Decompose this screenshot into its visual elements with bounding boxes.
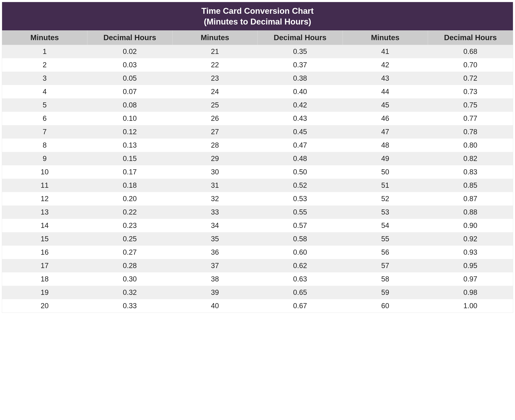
cell-minutes: 40 bbox=[172, 299, 258, 313]
cell-minutes: 51 bbox=[343, 179, 428, 192]
cell-minutes: 46 bbox=[343, 112, 428, 125]
cell-decimal: 0.07 bbox=[87, 85, 172, 98]
table-row: 20.03220.37420.70 bbox=[2, 58, 513, 72]
cell-decimal: 0.97 bbox=[428, 272, 513, 286]
cell-decimal: 0.02 bbox=[87, 45, 172, 58]
cell-minutes: 19 bbox=[2, 286, 87, 299]
cell-minutes: 34 bbox=[172, 219, 258, 232]
cell-decimal: 0.88 bbox=[428, 205, 513, 219]
cell-decimal: 0.63 bbox=[258, 272, 343, 286]
cell-decimal: 0.90 bbox=[428, 219, 513, 232]
cell-decimal: 0.43 bbox=[258, 112, 343, 125]
cell-decimal: 0.83 bbox=[428, 165, 513, 179]
table-body: 10.02210.35410.6820.03220.37420.7030.052… bbox=[2, 45, 513, 313]
table-row: 70.12270.45470.78 bbox=[2, 125, 513, 139]
cell-decimal: 0.57 bbox=[258, 219, 343, 232]
cell-decimal: 0.47 bbox=[258, 139, 343, 152]
cell-decimal: 0.67 bbox=[258, 299, 343, 313]
cell-decimal: 0.95 bbox=[428, 259, 513, 272]
table-row: 10.02210.35410.68 bbox=[2, 45, 513, 58]
cell-decimal: 0.75 bbox=[428, 98, 513, 112]
col-header-decimal-1: Decimal Hours bbox=[87, 30, 172, 45]
table-row: 60.10260.43460.77 bbox=[2, 112, 513, 125]
cell-decimal: 0.38 bbox=[258, 72, 343, 85]
table-row: 190.32390.65590.98 bbox=[2, 286, 513, 299]
col-header-decimal-3: Decimal Hours bbox=[428, 30, 513, 45]
cell-decimal: 0.78 bbox=[428, 125, 513, 139]
cell-minutes: 7 bbox=[2, 125, 87, 139]
cell-minutes: 3 bbox=[2, 72, 87, 85]
table-row: 140.23340.57540.90 bbox=[2, 219, 513, 232]
cell-minutes: 43 bbox=[343, 72, 428, 85]
cell-minutes: 29 bbox=[172, 152, 258, 165]
cell-minutes: 14 bbox=[2, 219, 87, 232]
cell-decimal: 0.20 bbox=[87, 192, 172, 205]
cell-minutes: 2 bbox=[2, 58, 87, 72]
cell-minutes: 15 bbox=[2, 232, 87, 246]
cell-minutes: 11 bbox=[2, 179, 87, 192]
cell-decimal: 0.72 bbox=[428, 72, 513, 85]
cell-minutes: 52 bbox=[343, 192, 428, 205]
cell-minutes: 57 bbox=[343, 259, 428, 272]
cell-decimal: 0.03 bbox=[87, 58, 172, 72]
cell-decimal: 0.55 bbox=[258, 205, 343, 219]
conversion-table-container: Time Card Conversion Chart (Minutes to D… bbox=[2, 2, 513, 313]
cell-minutes: 49 bbox=[343, 152, 428, 165]
cell-decimal: 0.33 bbox=[87, 299, 172, 313]
cell-decimal: 0.53 bbox=[258, 192, 343, 205]
cell-decimal: 0.68 bbox=[428, 45, 513, 58]
cell-minutes: 25 bbox=[172, 98, 258, 112]
cell-decimal: 0.85 bbox=[428, 179, 513, 192]
cell-decimal: 0.17 bbox=[87, 165, 172, 179]
cell-minutes: 41 bbox=[343, 45, 428, 58]
table-row: 30.05230.38430.72 bbox=[2, 72, 513, 85]
cell-minutes: 45 bbox=[343, 98, 428, 112]
cell-minutes: 59 bbox=[343, 286, 428, 299]
table-row: 40.07240.40440.73 bbox=[2, 85, 513, 98]
cell-decimal: 0.15 bbox=[87, 152, 172, 165]
cell-minutes: 56 bbox=[343, 246, 428, 259]
cell-decimal: 0.82 bbox=[428, 152, 513, 165]
cell-decimal: 0.23 bbox=[87, 219, 172, 232]
cell-minutes: 24 bbox=[172, 85, 258, 98]
table-row: 110.18310.52510.85 bbox=[2, 179, 513, 192]
table-row: 180.30380.63580.97 bbox=[2, 272, 513, 286]
cell-minutes: 55 bbox=[343, 232, 428, 246]
cell-minutes: 5 bbox=[2, 98, 87, 112]
cell-minutes: 54 bbox=[343, 219, 428, 232]
cell-minutes: 18 bbox=[2, 272, 87, 286]
cell-decimal: 0.80 bbox=[428, 139, 513, 152]
cell-decimal: 0.10 bbox=[87, 112, 172, 125]
cell-minutes: 36 bbox=[172, 246, 258, 259]
cell-decimal: 0.40 bbox=[258, 85, 343, 98]
cell-decimal: 0.73 bbox=[428, 85, 513, 98]
cell-minutes: 58 bbox=[343, 272, 428, 286]
cell-minutes: 27 bbox=[172, 125, 258, 139]
cell-minutes: 33 bbox=[172, 205, 258, 219]
cell-decimal: 0.25 bbox=[87, 232, 172, 246]
cell-decimal: 0.65 bbox=[258, 286, 343, 299]
cell-decimal: 0.42 bbox=[258, 98, 343, 112]
cell-decimal: 0.22 bbox=[87, 205, 172, 219]
cell-minutes: 48 bbox=[343, 139, 428, 152]
table-row: 100.17300.50500.83 bbox=[2, 165, 513, 179]
cell-decimal: 0.37 bbox=[258, 58, 343, 72]
cell-decimal: 0.62 bbox=[258, 259, 343, 272]
title-line-1: Time Card Conversion Chart bbox=[201, 6, 314, 15]
cell-decimal: 0.60 bbox=[258, 246, 343, 259]
cell-minutes: 1 bbox=[2, 45, 87, 58]
cell-decimal: 0.48 bbox=[258, 152, 343, 165]
table-row: 150.25350.58550.92 bbox=[2, 232, 513, 246]
cell-minutes: 26 bbox=[172, 112, 258, 125]
cell-decimal: 0.32 bbox=[87, 286, 172, 299]
cell-decimal: 0.87 bbox=[428, 192, 513, 205]
cell-decimal: 0.27 bbox=[87, 246, 172, 259]
cell-minutes: 32 bbox=[172, 192, 258, 205]
table-row: 120.20320.53520.87 bbox=[2, 192, 513, 205]
table-row: 50.08250.42450.75 bbox=[2, 98, 513, 112]
cell-decimal: 0.08 bbox=[87, 98, 172, 112]
cell-minutes: 38 bbox=[172, 272, 258, 286]
cell-minutes: 39 bbox=[172, 286, 258, 299]
header-row: Minutes Decimal Hours Minutes Decimal Ho… bbox=[2, 30, 513, 45]
cell-decimal: 0.35 bbox=[258, 45, 343, 58]
